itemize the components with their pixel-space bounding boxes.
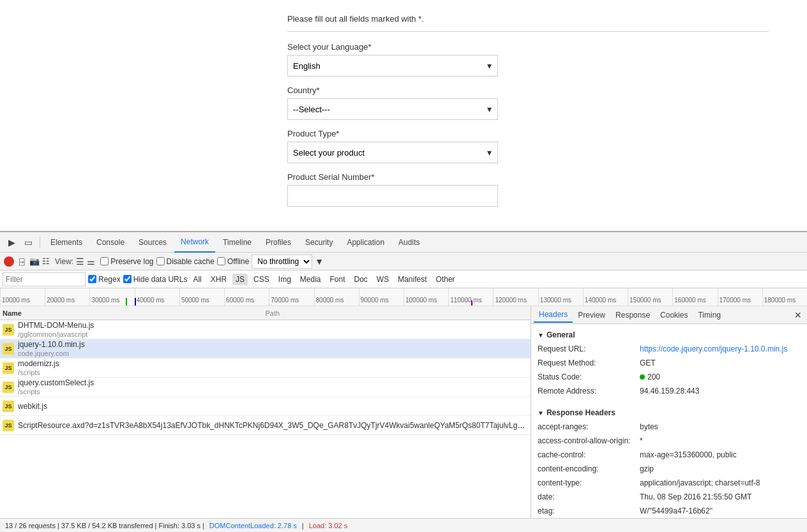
- screenshot-button[interactable]: 📷: [29, 256, 40, 266]
- devtools-tab-bar: ▶ ▭ Elements Console Sources Network Tim…: [0, 232, 807, 253]
- hide-data-urls-text: Hide data URLs: [133, 275, 188, 284]
- hp-response-headers-header[interactable]: ▼ Response Headers: [538, 406, 801, 420]
- hp-etag-val: W/"54499a47-16b62": [640, 505, 713, 517]
- request-name-1: jquery-1.10.0.min.js: [18, 340, 85, 349]
- device-mode-btn[interactable]: ▭: [20, 235, 36, 250]
- request-name-0: DHTML-DOM-Menu.js: [18, 321, 94, 330]
- tab-console[interactable]: Console: [90, 232, 131, 253]
- inspect-element-btn[interactable]: ▶: [4, 235, 19, 250]
- hp-content-type-key: content-type:: [538, 477, 640, 489]
- domcontentloaded-link[interactable]: DOMContentLoaded: 2.78 s: [209, 522, 297, 529]
- bottom-summary: 13 / 26 requests | 37.5 KB / 54.2 KB tra…: [5, 522, 204, 529]
- request-name-2: modernizr.js: [18, 359, 59, 368]
- tab-elements[interactable]: Elements: [44, 232, 89, 253]
- filter-tag-xhr[interactable]: XHR: [207, 274, 230, 285]
- tab-profiles[interactable]: Profiles: [259, 232, 298, 253]
- form-divider: [287, 31, 769, 32]
- request-icon-2: JS: [3, 362, 14, 374]
- tab-timeline[interactable]: Timeline: [216, 232, 258, 253]
- table-row[interactable]: JS jquery.customSelect.js /scripts: [0, 378, 531, 397]
- clear-button[interactable]: ⍈: [17, 256, 27, 267]
- serial-input[interactable]: [287, 185, 498, 207]
- filter-tag-media[interactable]: Media: [297, 274, 324, 285]
- filter-tag-manifest[interactable]: Manifest: [395, 274, 430, 285]
- filter-tag-other[interactable]: Other: [433, 274, 458, 285]
- filter-tag-font[interactable]: Font: [327, 274, 349, 285]
- filter-tag-css[interactable]: CSS: [250, 274, 273, 285]
- record-button[interactable]: [4, 256, 14, 267]
- regex-checkbox[interactable]: [88, 275, 96, 283]
- disable-cache-checkbox[interactable]: [156, 257, 165, 265]
- filter-tag-js[interactable]: JS: [232, 274, 248, 285]
- tick-2: 30000 ms: [89, 288, 134, 306]
- language-label: Select your Language*: [287, 42, 769, 52]
- throttle-arrow[interactable]: ▼: [315, 256, 324, 267]
- hp-accept-ranges-key: accept-ranges:: [538, 421, 640, 432]
- offline-label[interactable]: Offline: [217, 257, 249, 266]
- table-row[interactable]: JS jquery-1.10.0.min.js code.jquery.com: [0, 339, 531, 358]
- hp-tab-cookies[interactable]: Cookies: [655, 308, 693, 322]
- product-type-label: Product Type*: [287, 129, 769, 138]
- hp-accept-ranges-val: bytes: [640, 421, 658, 432]
- filter-tag-img[interactable]: Img: [275, 274, 294, 285]
- filter-input[interactable]: [3, 272, 86, 286]
- hp-close-button[interactable]: ✕: [792, 310, 804, 320]
- preserve-log-checkbox[interactable]: [100, 257, 109, 265]
- tick-12: 130000 ms: [538, 288, 583, 306]
- tab-sources[interactable]: Sources: [132, 232, 173, 253]
- disable-cache-label[interactable]: Disable cache: [156, 257, 215, 266]
- filter-tag-doc[interactable]: Doc: [351, 274, 371, 285]
- hp-date-key: date:: [538, 491, 640, 503]
- request-icon-5: JS: [3, 420, 14, 431]
- devtools-panel: ▶ ▭ Elements Console Sources Network Tim…: [0, 231, 807, 532]
- hp-general-header[interactable]: ▼ General: [538, 328, 801, 342]
- requests-list[interactable]: Name Path JS DHTML-DOM-Menu.js /gglcommo…: [0, 306, 531, 518]
- hp-tab-preview[interactable]: Preview: [573, 308, 610, 322]
- table-row[interactable]: JS webkit.js: [0, 397, 531, 416]
- table-row[interactable]: JS DHTML-DOM-Menu.js /gglcommon/javascri…: [0, 320, 531, 339]
- offline-checkbox[interactable]: [217, 257, 225, 265]
- table-row[interactable]: JS modernizr.js /scripts: [0, 358, 531, 378]
- headers-panel-tabs: Headers Preview Response Cookies Timing …: [531, 306, 807, 324]
- tab-network[interactable]: Network: [174, 232, 215, 253]
- request-name-cell-5: ScriptResource.axd?d=z1sTVR3eA8bX54j13aE…: [18, 421, 528, 430]
- hp-tab-headers[interactable]: Headers: [534, 307, 573, 323]
- request-path-2: /scripts: [18, 369, 40, 376]
- product-type-select[interactable]: Select your product: [287, 142, 498, 163]
- hp-content-type-val: application/javascript; charset=utf-8: [640, 477, 760, 489]
- hp-access-control-row: access-control-allow-origin: *: [538, 434, 801, 448]
- hide-data-urls-checkbox[interactable]: [123, 275, 132, 283]
- table-row[interactable]: JS ScriptResource.axd?d=z1sTVR3eA8bX54j1…: [0, 416, 531, 435]
- timeline-marker-purple: [471, 300, 472, 306]
- filter-button[interactable]: ☷: [42, 256, 50, 266]
- hp-date-row: date: Thu, 08 Sep 2016 21:55:50 GMT: [538, 490, 801, 504]
- filter-tag-all[interactable]: All: [190, 274, 204, 285]
- request-name-3: jquery.customSelect.js: [18, 378, 94, 387]
- tab-application[interactable]: Application: [340, 232, 391, 253]
- hp-request-url-row: Request URL: https://code.jquery.com/jqu…: [538, 342, 801, 356]
- hp-etag-key: etag:: [538, 505, 640, 517]
- load-link[interactable]: Load: 3.02 s: [309, 522, 348, 529]
- tick-9: 100000 ms: [404, 288, 448, 306]
- view-compact-btn[interactable]: ⚌: [87, 256, 95, 267]
- serial-field-group: Product Serial Number*: [287, 172, 769, 207]
- hp-tab-response[interactable]: Response: [610, 308, 655, 322]
- hp-content-encoding-row: content-encoding: gzip: [538, 462, 801, 476]
- hp-tab-timing[interactable]: Timing: [693, 308, 726, 322]
- filter-bar: Regex Hide data URLs All XHR JS CSS Img …: [0, 270, 807, 288]
- regex-checkbox-label[interactable]: Regex: [88, 275, 121, 284]
- tab-audits[interactable]: Audits: [392, 232, 426, 253]
- hp-cache-control-row: cache-control: max-age=315360000, public: [538, 448, 801, 462]
- request-name-cell-4: webkit.js: [18, 402, 528, 411]
- serial-label: Product Serial Number*: [287, 172, 769, 182]
- country-select[interactable]: --Select---: [287, 98, 498, 120]
- preserve-log-label[interactable]: Preserve log: [100, 257, 153, 266]
- filter-tag-ws[interactable]: WS: [373, 274, 392, 285]
- hide-data-urls-label[interactable]: Hide data URLs: [123, 275, 188, 284]
- view-list-btn[interactable]: ☰: [76, 256, 84, 267]
- preserve-log-text: Preserve log: [110, 257, 153, 266]
- general-arrow: ▼: [538, 332, 544, 339]
- tab-security[interactable]: Security: [299, 232, 339, 253]
- throttle-select[interactable]: No throttling: [252, 255, 312, 269]
- language-select[interactable]: English: [287, 55, 498, 77]
